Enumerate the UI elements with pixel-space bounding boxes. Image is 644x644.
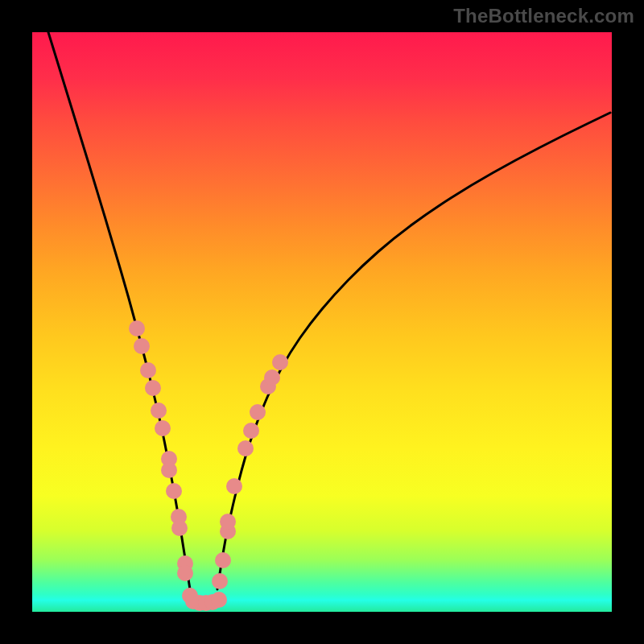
plot-area [32,32,612,612]
data-point-marker [211,592,227,608]
data-point-marker [215,552,231,568]
data-point-marker [145,380,161,396]
data-point-marker [140,362,156,378]
data-point-marker [264,369,280,386]
data-point-marker [151,402,167,419]
outer-frame: TheBottleneck.com [0,0,644,644]
data-point-marker [272,354,288,370]
curve-left-branch [48,32,190,589]
data-point-marker [177,565,193,581]
data-point-marker [250,404,266,420]
data-point-marker [161,462,177,478]
data-point-marker [212,573,228,589]
data-point-marker [220,514,236,530]
data-point-marker [155,420,171,436]
data-point-marker [226,478,242,494]
data-point-marker [129,320,145,336]
watermark-text: TheBottleneck.com [453,5,634,27]
curve-svg [32,32,612,612]
data-point-marker [243,423,259,439]
data-point-marker [171,520,188,536]
data-point-marker [166,483,182,499]
data-point-marker [134,338,150,354]
data-point-marker [237,440,254,456]
curve-right-branch [217,113,610,589]
